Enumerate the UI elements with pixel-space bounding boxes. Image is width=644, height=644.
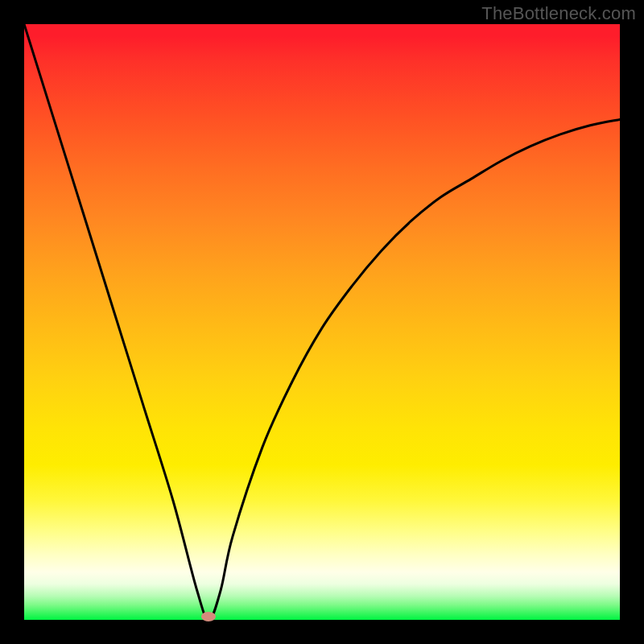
curve-path [24,24,620,620]
bottleneck-curve [24,24,620,620]
optimum-point [201,612,216,621]
plot-area [24,24,620,620]
watermark-text: TheBottleneck.com [481,3,636,24]
chart-frame: TheBottleneck.com [0,0,644,644]
